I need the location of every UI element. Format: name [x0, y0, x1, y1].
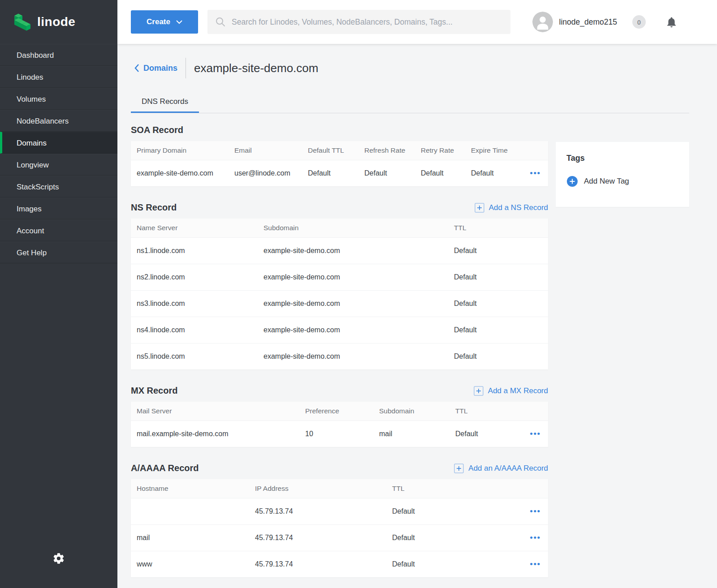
row-actions-ellipsis-icon[interactable]: •••: [530, 533, 540, 542]
notification-count-badge[interactable]: 0: [632, 15, 646, 29]
table-cell: ns5.linode.com: [131, 343, 258, 369]
logo-wordmark: linode: [37, 15, 75, 29]
sidebar-item-longview[interactable]: Longview: [0, 154, 117, 176]
row-actions-ellipsis-icon[interactable]: •••: [530, 429, 540, 438]
user-avatar[interactable]: [532, 12, 553, 32]
add-a-record-button[interactable]: Add an A/AAAA Record: [454, 464, 548, 473]
table-cell: Default: [465, 160, 521, 186]
create-button-label: Create: [147, 17, 170, 26]
add-mx-record-button[interactable]: Add a MX Record: [474, 386, 548, 396]
user-cluster: linode_demo215 0: [532, 12, 678, 32]
section-title-a: A/AAAA Record: [131, 463, 199, 473]
main-content: Domains example-site-demo.com DNS Record…: [117, 44, 717, 588]
table-cell: Default: [415, 160, 465, 186]
sidebar-item-images[interactable]: Images: [0, 197, 117, 219]
row-actions-ellipsis-icon[interactable]: •••: [530, 169, 540, 177]
search-input[interactable]: [232, 17, 510, 27]
table-cell: example-site-demo.com: [258, 317, 448, 343]
table-cell: example-site-demo.com: [258, 290, 448, 317]
sidebar-item-volumes[interactable]: Volumes: [0, 88, 117, 110]
column-header: IP Address: [249, 479, 386, 498]
create-button[interactable]: Create: [131, 10, 198, 34]
tab-bar: DNS Records: [131, 90, 689, 113]
table-cell: [131, 498, 249, 524]
linode-logo-icon: [13, 13, 31, 31]
add-ns-record-label: Add a NS Record: [489, 203, 548, 212]
username[interactable]: linode_demo215: [559, 17, 617, 27]
table-cell: Default: [358, 160, 415, 186]
table-cell: 45.79.13.74: [249, 498, 386, 524]
plus-box-icon: [474, 386, 484, 396]
sidebar-item-stackscripts[interactable]: StackScripts: [0, 176, 117, 197]
table-cell: example-site-demo.com: [258, 264, 448, 290]
section-title-mx: MX Record: [131, 386, 177, 396]
ns-record-section: NS Record Add a NS Record Name ServerSub…: [131, 202, 548, 369]
breadcrumb: Domains example-site-demo.com: [131, 57, 689, 79]
column-header-actions: [521, 479, 548, 498]
soa-record-table: Primary DomainEmailDefault TTLRefresh Ra…: [131, 141, 548, 186]
row-actions-ellipsis-icon[interactable]: •••: [530, 507, 540, 515]
table-cell: Default: [386, 551, 521, 577]
column-header: TTL: [386, 479, 521, 498]
table-cell: Default: [448, 264, 548, 290]
table-row: ns2.linode.comexample-site-demo.comDefau…: [131, 264, 548, 290]
column-header: Default TTL: [302, 141, 358, 160]
table-cell: 10: [299, 421, 373, 447]
table-row: mail45.79.13.74Default•••: [131, 524, 548, 551]
table-cell: Default: [386, 524, 521, 551]
settings-gear-icon[interactable]: [52, 552, 65, 567]
a-record-section: A/AAAA Record Add an A/AAAA Record Hostn…: [131, 463, 548, 577]
mx-record-table: Mail ServerPreferenceSubdomainTTLmail.ex…: [131, 402, 548, 447]
breadcrumb-back-link[interactable]: Domains: [131, 64, 177, 73]
tab-dns-records[interactable]: DNS Records: [131, 90, 199, 113]
chevron-left-icon: [134, 64, 139, 72]
add-new-tag-button[interactable]: Add New Tag: [566, 176, 678, 187]
table-cell: ns1.linode.com: [131, 237, 258, 264]
plus-box-icon: [475, 203, 484, 213]
sidebar-item-dashboard[interactable]: Dashboard: [0, 44, 117, 66]
mx-record-section: MX Record Add a MX Record Mail ServerPre…: [131, 386, 548, 447]
column-header: Primary Domain: [131, 141, 229, 160]
column-header: Subdomain: [258, 219, 448, 237]
sidebar: linode DashboardLinodesVolumesNodeBalanc…: [0, 0, 117, 588]
tags-panel: Tags Add New Tag: [556, 142, 689, 207]
table-cell: Default: [386, 498, 521, 524]
sidebar-item-account[interactable]: Account: [0, 219, 117, 241]
ns-record-table: Name ServerSubdomainTTLns1.linode.comexa…: [131, 219, 548, 369]
topbar: Create linode_demo215 0: [117, 0, 717, 44]
table-row: ns4.linode.comexample-site-demo.comDefau…: [131, 317, 548, 343]
breadcrumb-back-label: Domains: [143, 64, 177, 73]
row-actions-ellipsis-icon[interactable]: •••: [530, 560, 540, 568]
table-cell: Default: [302, 160, 358, 186]
column-header: Name Server: [131, 219, 258, 237]
table-cell: example-site-demo.com: [258, 237, 448, 264]
column-header: Retry Rate: [415, 141, 465, 160]
sidebar-item-nodebalancers[interactable]: NodeBalancers: [0, 110, 117, 132]
breadcrumb-divider: [186, 58, 186, 78]
table-cell: www: [131, 551, 249, 577]
table-cell: mail: [373, 421, 449, 447]
column-header: Expire Time: [465, 141, 521, 160]
sidebar-item-domains[interactable]: Domains: [0, 132, 117, 154]
table-cell: Default: [448, 343, 548, 369]
table-cell: ns4.linode.com: [131, 317, 258, 343]
table-cell: ns3.linode.com: [131, 290, 258, 317]
add-ns-record-button[interactable]: Add a NS Record: [475, 203, 548, 213]
column-header: Mail Server: [131, 402, 299, 421]
logo[interactable]: linode: [0, 0, 117, 44]
column-header: Hostname: [131, 479, 249, 498]
column-header: TTL: [448, 219, 548, 237]
column-header: Email: [229, 141, 302, 160]
table-cell: Default: [449, 421, 521, 447]
table-cell: 45.79.13.74: [249, 524, 386, 551]
table-row: www45.79.13.74Default•••: [131, 551, 548, 577]
sidebar-item-get-help[interactable]: Get Help: [0, 241, 117, 263]
add-a-record-label: Add an A/AAAA Record: [468, 464, 548, 473]
sidebar-item-linodes[interactable]: Linodes: [0, 66, 117, 88]
table-cell: 45.79.13.74: [249, 551, 386, 577]
section-title-ns: NS Record: [131, 202, 177, 213]
notification-bell-icon[interactable]: [665, 16, 678, 28]
table-cell: example-site-demo.com: [131, 160, 229, 186]
table-cell: Default: [448, 237, 548, 264]
plus-box-icon: [454, 464, 464, 473]
